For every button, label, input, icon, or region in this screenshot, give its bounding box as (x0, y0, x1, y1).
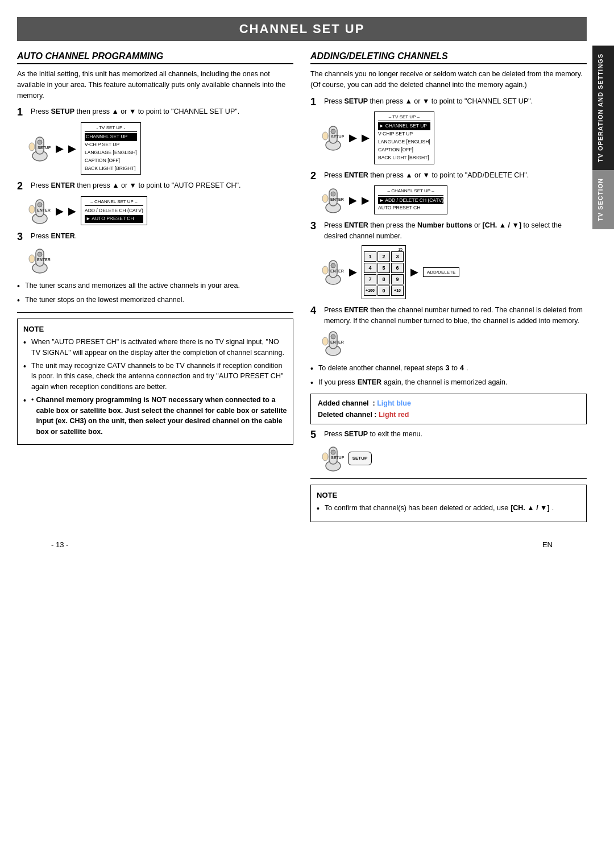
side-tab-section: TV SECTION (592, 170, 614, 229)
key-1: 1 (364, 251, 376, 262)
note-bullet-3-text: Channel memory programming is NOT necess… (36, 395, 287, 437)
rremote-hand-icon-5: SETUP (322, 444, 345, 473)
rstep4-num: 4 (310, 305, 321, 317)
step1-text: Press SETUP then press ▲ or ▼ to point t… (31, 106, 239, 117)
left-step2: 2 Press ENTER then press ▲ or ▼ to point… (17, 180, 293, 225)
arrow-icon-3: ▶ (56, 205, 64, 217)
key-2: 2 (377, 251, 390, 262)
svg-text:SETUP: SETUP (331, 456, 345, 460)
key-0: 0 (377, 286, 390, 296)
svg-point-34 (322, 337, 328, 345)
rmenu1-backlight: BACK LIGHT [BRIGHT] (378, 154, 430, 162)
svg-text:ENTER: ENTER (330, 340, 344, 344)
key-5: 5 (377, 263, 390, 273)
rstep5-num: 5 (310, 429, 321, 441)
info-deleted: Deleted channel : Light red (318, 409, 579, 420)
rmenu2-add-delete: ► ADD / DELETE CH (CATV) (378, 197, 443, 205)
left-step3: 3 Press ENTER. ENTER (17, 231, 293, 275)
side-tabs: TV OPERATION AND SETTINGS TV SECTION (592, 46, 614, 229)
rarrow-5: ▶ (349, 266, 357, 278)
svg-point-19 (322, 132, 328, 140)
right-note-title: NOTE (317, 490, 580, 501)
rstep4-text: Press ENTER then the channel number turn… (324, 305, 587, 326)
page: TV OPERATION AND SETTINGS TV SECTION CHA… (0, 0, 614, 868)
rremote-hand-icon-2: ENTER (322, 186, 345, 214)
svg-point-9 (29, 205, 35, 213)
key-8: 8 (377, 274, 390, 284)
remote-hand-icon-3: ENTER (28, 246, 51, 275)
key-6: 6 (391, 263, 404, 273)
left-note-title: NOTE (23, 324, 287, 335)
menu2-add-delete: ADD / DELETE CH (CATV) (85, 207, 143, 215)
numpad-diagram: ENTER ▶ 15 1 2 3 (322, 245, 587, 299)
svg-point-23 (331, 192, 335, 196)
rarrow-3: ▶ (349, 194, 357, 206)
key-7: 7 (364, 274, 376, 284)
menu2-title: – CHANNEL SET UP – (85, 199, 143, 206)
left-column: AUTO CHANNEL PROGRAMMING As the initial … (17, 51, 293, 527)
rstep3-num: 3 (310, 220, 321, 233)
page-footer: - 13 - EN (17, 540, 587, 549)
numpad-label: 15 (364, 247, 404, 251)
step2-text: Press ENTER then press ▲ or ▼ to point t… (31, 180, 240, 191)
step1-diagram: SETUP ▶ ▶ - TV SET UP - CHANNEL SET UP V… (28, 122, 293, 175)
page-title: CHANNEL SET UP (17, 17, 587, 41)
svg-text:SETUP: SETUP (38, 146, 51, 150)
rnote-bullet-1: To confirm that channel(s) has been dele… (317, 503, 580, 515)
rstep2-text: Press ENTER then press ▲ or ▼ to point t… (324, 170, 529, 181)
arrow-icon-4: ▶ (68, 205, 76, 217)
rstep1-num: 1 (310, 96, 321, 109)
rarrow-4: ▶ (362, 194, 370, 206)
svg-point-24 (322, 195, 328, 202)
rbullet-2: If you press ENTER again, the channel is… (310, 377, 587, 389)
menu-caption: CAPTION [OFF] (85, 157, 137, 165)
rarrow-1: ▶ (349, 131, 357, 144)
right-note-box: NOTE To confirm that channel(s) has been… (310, 485, 587, 523)
svg-point-3 (38, 140, 42, 144)
svg-point-28 (331, 263, 335, 268)
divider-1 (17, 312, 293, 313)
step2-diagram: ENTER ▶ ▶ – CHANNEL SET UP – ADD / DELET… (28, 196, 293, 225)
svg-text:ENTER: ENTER (37, 208, 51, 212)
menu-language: LANGUAGE [ENGLISH] (85, 149, 137, 157)
svg-point-4 (29, 143, 35, 151)
rmenu1-channel: ► CHANNEL SET UP (378, 122, 430, 130)
key-plus10: +10 (391, 286, 404, 296)
menu2-auto-preset: ► AUTO PRESET CH (85, 215, 143, 223)
step1-menu-box: - TV SET UP - CHANNEL SET UP V-CHIP SET … (81, 122, 141, 175)
svg-text:ENTER: ENTER (37, 258, 51, 262)
step1-num: 1 (17, 106, 27, 119)
right-step3: 3 Press ENTER then press the Number butt… (310, 220, 587, 299)
left-section-title: AUTO CHANNEL PROGRAMMING (17, 51, 293, 64)
rstep2-num: 2 (310, 170, 321, 183)
arrow-icon-1: ▶ (56, 142, 64, 155)
left-bullets: The tuner scans and memorizes all the ac… (17, 280, 293, 307)
menu-backlight: BACK LIGHT [BRIGHT] (85, 165, 137, 173)
bullet-item-1: The tuner scans and memorizes all the ac… (17, 280, 293, 292)
add-delete-box: ADD/DELETE (423, 267, 459, 277)
right-divider (310, 478, 587, 479)
step3-text: Press ENTER. (31, 231, 77, 242)
rstep4-diagram: ENTER (322, 329, 587, 357)
svg-point-13 (38, 252, 42, 257)
side-tab-operation: TV OPERATION AND SETTINGS (592, 46, 614, 170)
right-step1: 1 Press SETUP then press ▲ or ▼ to point… (310, 96, 587, 164)
rmenu1-title: – TV SET UP – (378, 114, 430, 121)
bullet-item-2: The tuner stops on the lowest memorized … (17, 295, 293, 307)
rstep3-text: Press ENTER then press the Number button… (324, 220, 587, 242)
key-3: 3 (391, 251, 404, 262)
step3-diagram: ENTER (28, 246, 293, 275)
rbullet-1: To delete another channel, repeat steps … (310, 363, 587, 375)
menu-channel-set-up: CHANNEL SET UP (85, 133, 137, 141)
step2-num: 2 (17, 180, 27, 193)
key-9: 9 (391, 274, 404, 284)
note-bullet-2: The unit may recognize CATV channels to … (23, 361, 287, 392)
rmenu2-auto-preset: AUTO PRESET CH (378, 204, 443, 212)
right-note-bullets: To confirm that channel(s) has been dele… (317, 503, 580, 515)
rarrow-2: ▶ (362, 131, 370, 144)
key-plus100: +100 (364, 286, 376, 296)
step2-menu-box: – CHANNEL SET UP – ADD / DELETE CH (CATV… (81, 196, 147, 225)
remote-hand-icon: SETUP (28, 134, 51, 163)
rremote-hand-icon-1: SETUP (322, 123, 345, 152)
arrow-icon-2: ▶ (68, 142, 76, 155)
